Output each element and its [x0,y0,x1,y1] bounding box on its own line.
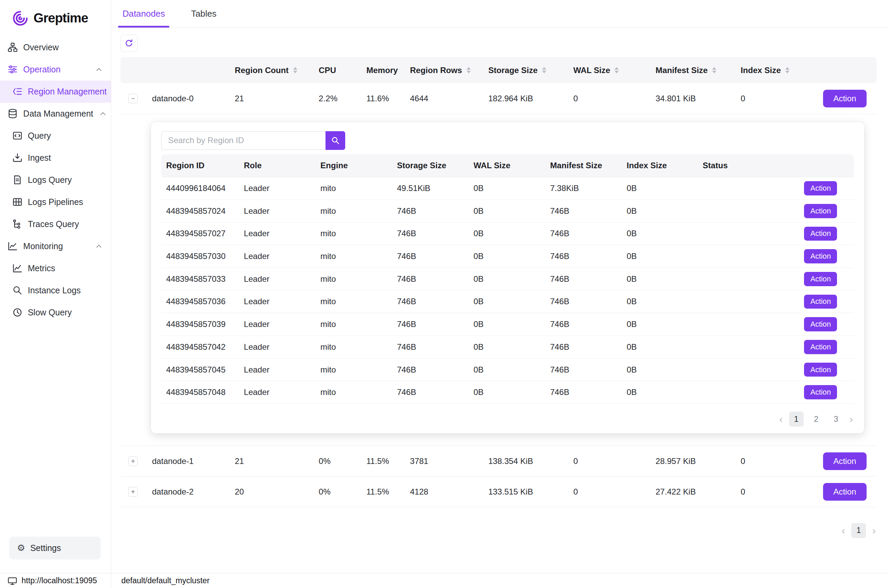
next-page-icon[interactable]: › [849,414,854,424]
column-header-memory[interactable]: Memory [358,57,402,83]
column-header-index-size[interactable]: Index Size [732,57,806,83]
sort-icon [542,67,546,74]
overview-icon [8,42,17,52]
tab-tables[interactable]: Tables [191,0,216,27]
storage-size-cell: 138.354 KiB [480,446,565,477]
datanodes-header-row: Region Count CPU Memory Region Rows Stor… [120,57,877,83]
storage-size-cell: 746B [392,313,468,336]
sidebar-item-logs-query[interactable]: Logs Query [0,169,111,191]
collapse-row-button[interactable]: − [128,94,138,104]
sidebar-item-slow-query[interactable]: Slow Query [0,302,111,324]
metrics-icon [13,263,22,273]
tab-bar: Datanodes Tables [111,0,887,28]
sidebar-item-metrics[interactable]: Metrics [0,257,111,279]
region-action-button[interactable]: Action [804,295,837,309]
wal-size-cell: 0B [468,313,545,336]
page-button-1[interactable]: 1 [851,523,866,538]
region-action-button[interactable]: Action [804,385,837,399]
status-cell [698,222,771,245]
prev-page-icon[interactable]: ‹ [778,414,784,424]
region-id-cell: 4440996184064 [161,177,239,200]
region-action-button[interactable]: Action [804,340,837,354]
next-page-icon[interactable]: › [871,525,877,536]
status-bar: http://localhost:19095 default/default_m… [0,573,887,588]
sidebar-item-logs-pipelines[interactable]: Logs Pipelines [0,191,111,213]
memory-cell: 11.6% [358,83,402,114]
storage-size-cell: 746B [392,222,468,245]
prev-page-icon[interactable]: ‹ [840,525,846,536]
page-button-1[interactable]: 1 [789,412,804,426]
index-size-cell: 0 [732,446,806,477]
expand-row-button[interactable]: + [128,456,138,466]
cpu-cell: 2.2% [311,83,358,114]
refresh-button[interactable] [120,34,138,52]
datanode-action-button[interactable]: Action [823,483,867,501]
manifest-size-cell: 746B [545,200,621,222]
region-action-button[interactable]: Action [804,272,837,286]
datanodes-pagination: ‹ 1 › [120,523,877,538]
sidebar-item-traces-query[interactable]: Traces Query [0,213,111,235]
search-button[interactable] [325,131,345,150]
storage-size-cell: 182.964 KiB [480,83,565,114]
index-size-cell: 0 [732,83,806,114]
tab-datanodes[interactable]: Datanodes [122,0,165,27]
regions-panel: Region ID Role Engine Storage Size WAL S… [151,122,864,434]
sidebar-group-operation[interactable]: Operation [0,58,111,81]
region-action-button[interactable]: Action [804,317,837,332]
sidebar-item-query[interactable]: Query [0,125,111,147]
column-header-wal-size[interactable]: WAL Size [565,57,648,83]
expand-row-button[interactable]: + [128,487,138,496]
column-header-storage-size[interactable]: Storage Size [480,57,565,83]
column-header-index-size: Index Size [622,154,698,177]
greptime-logo[interactable]: Greptime [0,7,111,36]
page-button-3[interactable]: 3 [828,412,843,426]
region-row: 4440996184064 Leader mito 49.51KiB 0B 7.… [161,177,854,200]
data-management-icon [8,109,17,118]
chevron-up-icon [95,66,103,74]
sidebar-group-label: Monitoring [23,242,63,251]
sidebar-item-region-management[interactable]: Region Management [0,81,111,103]
region-search-input[interactable] [161,131,326,150]
page-button-2[interactable]: 2 [809,412,823,426]
sidebar-group-monitoring[interactable]: Monitoring [0,235,111,257]
sidebar-item-label: Region Management [28,87,107,96]
sidebar-nav: Overview Operation [0,36,111,537]
sidebar-item-ingest[interactable]: Ingest [0,147,111,169]
manifest-size-cell: 28.957 KiB [648,446,732,477]
column-header-engine: Engine [315,154,392,177]
server-icon [8,576,17,586]
datanode-action-button[interactable]: Action [823,90,867,107]
datanode-name-cell: datanode-0 [144,83,227,114]
regions-header-row: Region ID Role Engine Storage Size WAL S… [161,154,854,177]
role-cell: Leader [239,290,315,313]
region-action-button[interactable]: Action [804,363,837,377]
column-header-status: Status [698,154,771,177]
region-action-button[interactable]: Action [804,249,837,263]
role-cell: Leader [239,245,315,268]
column-header-manifest-size[interactable]: Manifest Size [648,57,732,83]
brand-name: Greptime [33,10,88,26]
region-row: 4483945857027 Leader mito 746B 0B 746B 0… [161,222,854,245]
sidebar-group-data-management[interactable]: Data Management [0,103,111,125]
storage-size-cell: 746B [392,336,468,358]
engine-cell: mito [315,358,392,381]
sidebar-item-instance-logs[interactable]: Instance Logs [0,279,111,302]
column-header-manifest-size: Manifest Size [545,154,621,177]
datanode-expanded-row: Region ID Role Engine Storage Size WAL S… [120,114,877,446]
sidebar: Greptime Overview Operation [0,0,111,573]
region-action-button[interactable]: Action [804,204,837,218]
column-header-region-count[interactable]: Region Count [227,57,311,83]
region-action-button[interactable]: Action [804,227,837,241]
column-header-cpu[interactable]: CPU [311,57,358,83]
region-action-button[interactable]: Action [804,181,837,195]
datanode-action-button[interactable]: Action [823,452,867,470]
settings-button[interactable]: ⚙ Settings [9,537,101,560]
index-size-cell: 0B [622,313,698,336]
refresh-icon [125,39,134,48]
index-size-cell: 0B [622,358,698,381]
column-header-region-rows[interactable]: Region Rows [402,57,480,83]
storage-size-cell: 49.51KiB [392,177,468,200]
sidebar-item-overview[interactable]: Overview [0,36,111,58]
wal-size-cell: 0 [565,83,648,114]
content-area: Region Count CPU Memory Region Rows Stor… [111,28,887,538]
